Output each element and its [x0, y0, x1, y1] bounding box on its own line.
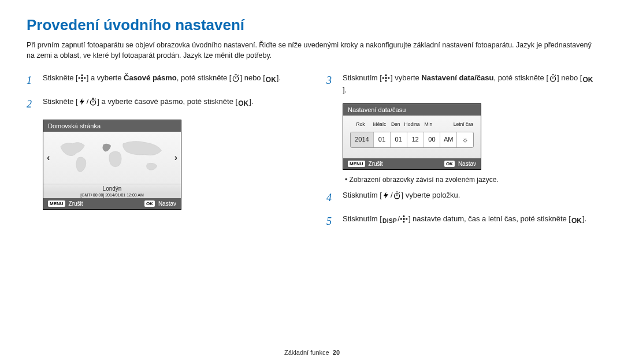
- svg-point-13: [394, 193, 399, 198]
- footer-label: Základní funkce: [284, 349, 329, 356]
- datetime-screen: Nastavení data/času Rok Měsíc Den Hodina…: [343, 103, 481, 170]
- timezone-city: Londýn: [43, 184, 181, 193]
- flower-icon: [382, 74, 391, 83]
- spinner-min: 00: [424, 132, 441, 147]
- datetime-screen-title: Nastavení data/času: [343, 104, 481, 116]
- flower-icon: [400, 214, 408, 223]
- step-3-number: 3: [326, 72, 343, 96]
- step-1-text-c: , poté stiskněte [: [177, 73, 232, 82]
- timezone-screen: Domovská stránka ‹ › Lon: [43, 120, 181, 210]
- set-label: Nastav: [158, 200, 176, 207]
- step-4-number: 4: [326, 190, 343, 206]
- hdr-min: Min: [421, 121, 436, 127]
- svg-point-0: [81, 77, 83, 80]
- step-3-text-b: ] vyberte: [391, 73, 421, 82]
- page-number: 20: [333, 349, 340, 356]
- datetime-headers: Rok Měsíc Den Hodina Min Letní čas: [350, 121, 474, 127]
- step-3-text-c: , poté stiskněte [: [493, 73, 548, 82]
- step-3-bold: Nastavení data/času: [421, 73, 493, 82]
- timer-icon: [393, 191, 402, 199]
- set-label: Nastav: [458, 161, 476, 167]
- spinner-dst-icon: ☼: [457, 132, 473, 147]
- step-2-text-c: ] a vyberte časové pásmo, poté stiskněte…: [97, 97, 237, 106]
- ok-tag: OK: [444, 161, 455, 167]
- step-3-text-a: Stisknutím [: [343, 73, 382, 82]
- step-1: 1 Stiskněte [] a vyberte Časové pásmo, p…: [27, 72, 298, 89]
- step-3: 3 Stisknutím [] vyberte Nastavení data/č…: [326, 72, 597, 96]
- step-2-text-d: ].: [249, 97, 253, 106]
- cancel-label: Zrušit: [369, 161, 383, 167]
- hdr-year: Rok: [350, 121, 371, 127]
- svg-point-2: [81, 80, 83, 82]
- svg-point-17: [400, 218, 403, 220]
- menu-tag: MENU: [48, 200, 65, 207]
- datetime-footer: MENU Zrušit OK Nastav: [343, 158, 481, 169]
- step-1-text-a: Stiskněte [: [43, 73, 78, 82]
- spinner-ampm: AM: [440, 132, 457, 147]
- spinner-month: 01: [374, 132, 391, 147]
- spinner-year: 2014: [351, 132, 374, 147]
- arrow-right-icon: ›: [174, 153, 177, 163]
- svg-point-11: [388, 77, 390, 79]
- right-column: 3 Stisknutím [] vyberte Nastavení data/č…: [326, 72, 597, 236]
- svg-point-1: [81, 75, 83, 77]
- step-3-text-d: ] nebo [: [557, 73, 582, 82]
- step-5-number: 5: [326, 213, 343, 230]
- left-column: 1 Stiskněte [] a vyberte Časové pásmo, p…: [27, 72, 298, 236]
- step-2-number: 2: [27, 96, 43, 113]
- hdr-month: Měsíc: [372, 121, 387, 127]
- disp-icon: DISP: [382, 217, 398, 225]
- flash-icon: [382, 191, 391, 199]
- language-note: Zobrazení obrazovky závisí na zvoleném j…: [345, 176, 597, 184]
- step-1-text-b: ] a vyberte: [87, 73, 124, 82]
- step-1-text-e: ].: [277, 73, 281, 82]
- timezone-gmt: [GMT+00:00] 2014/01/01 12:00 AM: [43, 193, 181, 198]
- svg-point-8: [385, 75, 387, 77]
- timezone-map-area: ‹ ›: [43, 132, 181, 184]
- hdr-day: Den: [388, 121, 403, 127]
- timer-icon: [88, 98, 97, 106]
- datetime-spinners: 2014 01 01 12 00 AM ☼: [350, 132, 474, 148]
- step-5-text-a: Stisknutím [: [343, 214, 382, 223]
- timer-icon: [231, 74, 240, 83]
- svg-point-9: [385, 80, 387, 82]
- step-4-text-c: ] vyberte položku.: [402, 191, 460, 199]
- step-1-number: 1: [27, 72, 43, 89]
- intro-paragraph: Při prvním zapnutí fotoaparátu se objeví…: [27, 40, 597, 61]
- timezone-screen-title: Domovská stránka: [43, 120, 181, 132]
- svg-point-3: [79, 77, 81, 79]
- svg-point-10: [382, 77, 385, 79]
- ok-icon: OK: [582, 76, 593, 84]
- step-2-text-a: Stiskněte [: [43, 97, 78, 106]
- page-footer: Základní funkce 20: [0, 349, 624, 356]
- step-5-text-c: ] nastavte datum, čas a letní čas, poté …: [408, 214, 571, 223]
- step-5-text-d: ].: [582, 214, 586, 223]
- flower-icon: [78, 74, 87, 83]
- svg-point-7: [385, 77, 388, 80]
- step-1-bold: Časové pásmo: [124, 73, 177, 82]
- spinner-day: 01: [391, 132, 407, 147]
- svg-point-15: [403, 215, 405, 217]
- ok-tag: OK: [144, 200, 155, 207]
- step-3-text-e: ].: [343, 86, 347, 94]
- step-5: 5 Stisknutím [DISP/] nastavte datum, čas…: [326, 213, 597, 230]
- ok-icon: OK: [237, 99, 249, 108]
- timer-icon: [548, 74, 557, 83]
- step-2: 2 Stiskněte [/] a vyberte časové pásmo, …: [27, 96, 298, 113]
- step-4-text-a: Stisknutím [: [343, 191, 382, 199]
- step-4: 4 Stisknutím [/] vyberte položku.: [326, 190, 597, 206]
- ok-icon: OK: [265, 76, 277, 84]
- arrow-left-icon: ‹: [47, 153, 50, 163]
- timezone-footer: MENU Zrušit OK Nastav: [43, 198, 181, 209]
- spinner-hour: 12: [407, 132, 424, 147]
- svg-point-14: [403, 218, 406, 220]
- flash-icon: [78, 98, 87, 106]
- svg-point-18: [406, 218, 408, 220]
- ok-icon: OK: [571, 216, 582, 225]
- page-title: Provedení úvodního nastavení: [27, 16, 597, 34]
- menu-tag: MENU: [348, 161, 365, 167]
- svg-point-4: [84, 77, 86, 79]
- step-1-text-d: ] nebo [: [240, 73, 265, 82]
- world-map-icon: [57, 138, 167, 178]
- hdr-hour: Hodina: [404, 121, 420, 127]
